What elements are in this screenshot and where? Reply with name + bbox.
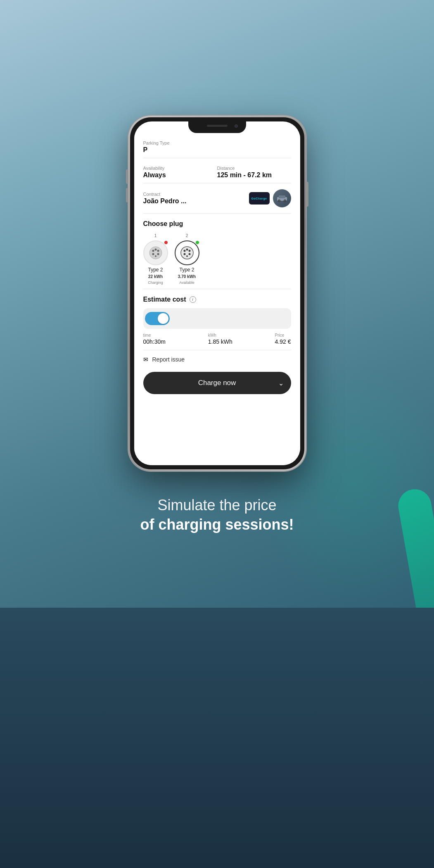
plug-2-status: Available bbox=[179, 281, 194, 285]
notch bbox=[188, 121, 246, 133]
price-label: Price bbox=[275, 333, 291, 338]
plug-1-kwh: 22 kWh bbox=[148, 274, 163, 279]
plug-2-icon bbox=[180, 245, 194, 260]
plug-2-name: Type 2 bbox=[179, 267, 194, 273]
svg-point-7 bbox=[152, 250, 154, 252]
cost-row: time 00h:30m kWh 1.85 kWh Price 4.92 € bbox=[143, 333, 291, 345]
plug-1-circle bbox=[143, 240, 168, 265]
plug-2-kwh: 3.70 kWh bbox=[178, 274, 196, 279]
svg-point-15 bbox=[188, 250, 190, 252]
power-button bbox=[306, 182, 308, 207]
plug-1[interactable]: 1 bbox=[143, 233, 168, 285]
phone-inner: Parking Type P Availability Always bbox=[130, 117, 304, 469]
choose-plug-title: Choose plug bbox=[143, 220, 291, 228]
price-col: Price 4.92 € bbox=[275, 333, 291, 345]
svg-rect-1 bbox=[279, 195, 285, 198]
estimate-header: Estimate cost i bbox=[143, 296, 291, 303]
camera bbox=[235, 124, 238, 128]
plug-1-wrapper bbox=[143, 240, 168, 265]
estimate-cost-title: Estimate cost bbox=[143, 296, 186, 303]
toggle-track[interactable] bbox=[145, 312, 170, 325]
distance-label: Distance bbox=[217, 166, 291, 171]
plug-2[interactable]: 2 bbox=[175, 233, 199, 285]
charge-now-button[interactable]: Charge now ⌄ bbox=[143, 372, 291, 394]
speaker bbox=[207, 125, 228, 127]
plug-2-circle bbox=[175, 240, 199, 265]
svg-point-5 bbox=[284, 200, 285, 202]
car-avatar bbox=[273, 189, 291, 207]
contract-badges: GoCharge bbox=[249, 189, 291, 207]
svg-point-4 bbox=[278, 200, 280, 202]
phone-frame: Parking Type P Availability Always bbox=[128, 116, 306, 471]
svg-point-16 bbox=[183, 253, 185, 255]
availability-value: Always bbox=[143, 171, 217, 179]
footer-line-1: Simulate the price bbox=[140, 496, 294, 515]
parking-type-label: Parking Type bbox=[143, 140, 291, 145]
report-issue-text: Report issue bbox=[152, 356, 185, 363]
plug-2-wrapper bbox=[175, 240, 199, 265]
plug-1-status: Charging bbox=[148, 281, 163, 285]
volume-up-button bbox=[126, 169, 128, 184]
svg-point-11 bbox=[154, 249, 157, 251]
plug-2-number: 2 bbox=[186, 233, 188, 238]
svg-point-12 bbox=[155, 255, 157, 257]
charge-now-label: Charge now bbox=[198, 379, 236, 387]
contract-label: Contract bbox=[143, 192, 244, 197]
gocharge-text: GoCharge bbox=[251, 197, 267, 200]
plug-1-icon bbox=[148, 245, 163, 260]
contract-value: João Pedro ... bbox=[143, 197, 244, 205]
estimate-cost-section: Estimate cost i time bbox=[134, 289, 300, 350]
kwh-col: kWh 1.85 kWh bbox=[208, 333, 232, 345]
availability-col: Availability Always bbox=[143, 166, 217, 179]
chevron-down-icon: ⌄ bbox=[278, 379, 284, 387]
car-icon bbox=[276, 195, 288, 202]
distance-col: Distance 125 min - 67.2 km bbox=[217, 166, 291, 179]
availability-label: Availability bbox=[143, 166, 217, 171]
svg-point-18 bbox=[186, 249, 188, 251]
volume-down-button bbox=[126, 188, 128, 202]
time-col: time 00h:30m bbox=[143, 333, 166, 345]
svg-point-9 bbox=[152, 253, 154, 255]
choose-plug-section: Choose plug 1 bbox=[134, 214, 300, 289]
availability-distance-section: Availability Always Distance 125 min - 6… bbox=[134, 158, 300, 183]
plug-2-status-dot bbox=[195, 240, 199, 245]
gocharge-badge: GoCharge bbox=[249, 192, 270, 205]
svg-point-19 bbox=[186, 255, 188, 257]
time-label: time bbox=[143, 333, 166, 338]
phone-screen: Parking Type P Availability Always bbox=[134, 121, 300, 465]
phone-mockup: Parking Type P Availability Always bbox=[128, 116, 306, 471]
price-value: 4.92 € bbox=[275, 338, 291, 345]
report-issue-row[interactable]: ✉ Report issue bbox=[134, 350, 300, 369]
plug-1-number: 1 bbox=[154, 233, 157, 238]
svg-point-10 bbox=[157, 253, 159, 255]
svg-point-17 bbox=[188, 253, 190, 255]
plug-1-status-dot bbox=[164, 240, 168, 245]
screen-content[interactable]: Parking Type P Availability Always bbox=[134, 133, 300, 465]
parking-type-value: P bbox=[143, 146, 291, 154]
report-icon: ✉ bbox=[143, 356, 148, 363]
kwh-label: kWh bbox=[208, 333, 232, 338]
contract-section: Contract João Pedro ... GoCharge bbox=[134, 183, 300, 213]
svg-point-8 bbox=[157, 250, 159, 252]
toggle-thumb bbox=[158, 313, 168, 324]
parking-type-section: Parking Type P bbox=[134, 133, 300, 158]
plugs-row: 1 bbox=[143, 233, 291, 285]
footer-line-2: of charging sessions! bbox=[140, 515, 294, 535]
time-value: 00h:30m bbox=[143, 338, 166, 345]
svg-point-14 bbox=[183, 250, 185, 252]
charge-btn-section: Charge now ⌄ bbox=[134, 369, 300, 402]
info-icon[interactable]: i bbox=[190, 296, 196, 303]
footer-text-section: Simulate the price of charging sessions! bbox=[115, 496, 318, 535]
toggle-container[interactable] bbox=[143, 308, 291, 329]
contract-info: Contract João Pedro ... bbox=[143, 192, 244, 205]
plug-1-name: Type 2 bbox=[148, 267, 163, 273]
distance-value: 125 min - 67.2 km bbox=[217, 171, 291, 179]
kwh-value: 1.85 kWh bbox=[208, 338, 232, 345]
